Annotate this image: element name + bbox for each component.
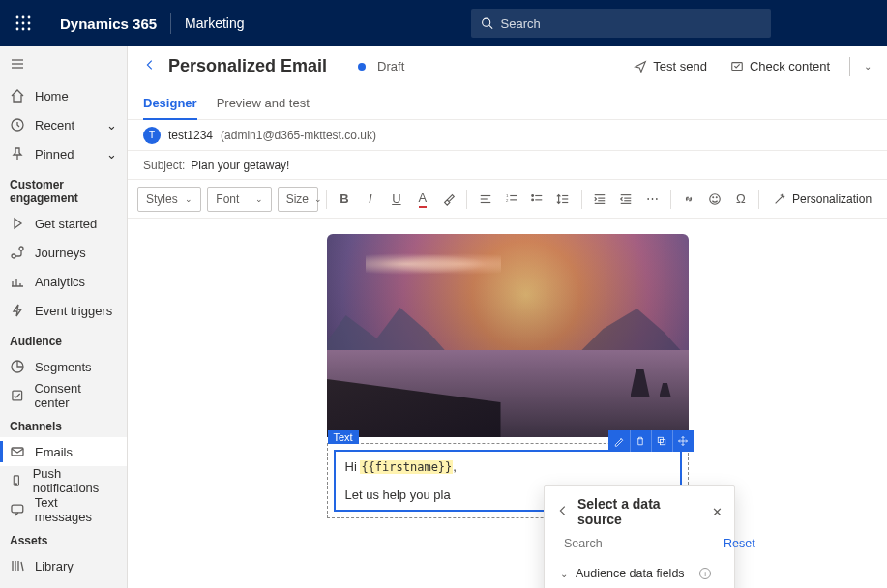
header-divider <box>849 57 850 76</box>
check-icon <box>730 60 744 74</box>
delete-block-button[interactable] <box>630 430 651 452</box>
analytics-icon <box>10 274 25 289</box>
chevron-down-icon: ⌄ <box>106 147 117 162</box>
clock-icon <box>10 117 25 132</box>
tab-preview[interactable]: Preview and test <box>217 87 310 119</box>
bolt-icon <box>10 303 25 318</box>
test-send-button[interactable]: Test send <box>628 59 713 74</box>
nav-section-title: Customer engagement <box>0 168 127 209</box>
svg-point-47 <box>713 196 714 197</box>
highlight-button[interactable] <box>438 187 458 212</box>
brand-name: Dynamics 365 <box>46 15 170 32</box>
svg-point-2 <box>28 16 31 19</box>
subject-row[interactable]: Subject: Plan your getaway! <box>128 151 887 180</box>
check-content-button[interactable]: Check content <box>724 59 836 74</box>
nav-segments[interactable]: Segments <box>0 352 127 381</box>
bold-button[interactable]: B <box>335 187 355 212</box>
symbol-button[interactable]: Ω <box>730 187 751 212</box>
segment-icon <box>10 359 25 374</box>
line-height-button[interactable] <box>553 187 574 212</box>
edit-block-button[interactable] <box>608 430 630 452</box>
ordered-list-button[interactable]: 12 <box>501 187 521 212</box>
more-button[interactable]: ⋯ <box>642 187 663 212</box>
popover-back-button[interactable] <box>556 504 570 520</box>
from-name: test1234 <box>168 129 213 142</box>
tab-designer[interactable]: Designer <box>143 87 197 119</box>
app-launcher-icon[interactable] <box>0 15 46 31</box>
canvas-area[interactable]: Text Hi {{firstname}}, Let us help you p… <box>128 219 887 588</box>
close-icon[interactable]: ✕ <box>712 505 723 519</box>
reset-button[interactable]: Reset <box>724 537 755 550</box>
hero-image[interactable] <box>327 234 689 437</box>
top-navbar: Dynamics 365 Marketing <box>0 0 887 46</box>
outdent-button[interactable] <box>616 187 636 212</box>
duplicate-block-button[interactable] <box>651 430 672 452</box>
link-button[interactable] <box>678 187 698 212</box>
align-left-button[interactable] <box>475 187 495 212</box>
tree-label: Audience data fields <box>576 567 685 580</box>
tree-node-contact[interactable]: ⌄Contact <box>556 583 723 588</box>
consent-icon <box>10 388 25 403</box>
nav-analytics[interactable]: Analytics <box>0 267 127 296</box>
nav-sms[interactable]: Text messages <box>0 495 127 524</box>
nav-label: Emails <box>35 445 73 459</box>
nav-push[interactable]: Push notifications <box>0 466 127 495</box>
select-label: Styles <box>146 192 178 206</box>
sidebar-toggle[interactable] <box>0 46 127 81</box>
styles-select[interactable]: Styles⌄ <box>137 187 201 212</box>
status-indicator-icon <box>358 63 366 71</box>
tree-group-audience[interactable]: ⌄Audience data fields i <box>556 564 723 583</box>
button-label: Personalization <box>792 192 872 206</box>
svg-text:2: 2 <box>505 197 508 202</box>
mail-icon <box>10 444 25 459</box>
popover-search-input[interactable] <box>564 537 716 550</box>
nav-journeys[interactable]: Journeys <box>0 238 127 267</box>
global-search-input[interactable] <box>501 16 761 31</box>
sms-icon <box>10 502 25 517</box>
token-firstname[interactable]: {{firstname}} <box>360 460 453 474</box>
svg-point-1 <box>22 16 25 19</box>
back-button[interactable] <box>143 58 157 74</box>
from-row: T test1234 (admin1@d365-mkttest.co.uk) <box>128 120 887 151</box>
svg-point-7 <box>22 28 25 31</box>
size-select[interactable]: Size⌄ <box>278 187 318 212</box>
emoji-button[interactable] <box>704 187 724 212</box>
module-name[interactable]: Marketing <box>171 15 257 31</box>
global-search[interactable] <box>471 9 771 38</box>
play-icon <box>10 216 25 231</box>
nav-label: Segments <box>35 360 92 374</box>
svg-point-46 <box>710 193 721 204</box>
greeting-suffix: , <box>453 459 457 474</box>
nav-recent[interactable]: Recent ⌄ <box>0 110 127 139</box>
chevron-down-icon[interactable]: ⌄ <box>864 61 872 72</box>
nav-section-title: Assets <box>0 524 127 551</box>
nav-label: Library <box>35 559 74 573</box>
indent-button[interactable] <box>590 187 610 212</box>
font-color-button[interactable]: A <box>412 187 432 212</box>
format-toolbar: Styles⌄ Font⌄ Size⌄ B I U A 12 ⋯ Ω <box>128 180 887 219</box>
svg-point-48 <box>716 196 717 197</box>
subject-label: Subject: <box>143 159 185 172</box>
svg-point-3 <box>16 22 19 25</box>
italic-button[interactable]: I <box>360 187 380 212</box>
info-icon[interactable]: i <box>699 568 711 579</box>
nav-pinned[interactable]: Pinned ⌄ <box>0 139 127 168</box>
personalization-button[interactable]: Personalization <box>767 192 877 206</box>
avatar: T <box>143 127 161 144</box>
nav-label: Event triggers <box>35 304 112 318</box>
greeting-prefix: Hi <box>345 459 361 474</box>
email-block: Text Hi {{firstname}}, Let us help you p… <box>327 234 689 518</box>
nav-consent-center[interactable]: Consent center <box>0 381 127 410</box>
svg-point-6 <box>16 28 19 31</box>
nav-event-triggers[interactable]: Event triggers <box>0 296 127 325</box>
nav-home[interactable]: Home <box>0 81 127 110</box>
nav-get-started[interactable]: Get started <box>0 209 127 238</box>
nav-emails[interactable]: Emails <box>0 437 127 466</box>
underline-button[interactable]: U <box>386 187 406 212</box>
move-block-button[interactable] <box>672 430 694 452</box>
nav-library[interactable]: Library <box>0 551 127 580</box>
svg-rect-19 <box>12 448 23 456</box>
font-select[interactable]: Font⌄ <box>207 187 271 212</box>
nav-label: Home <box>35 89 69 103</box>
unordered-list-button[interactable] <box>527 187 547 212</box>
